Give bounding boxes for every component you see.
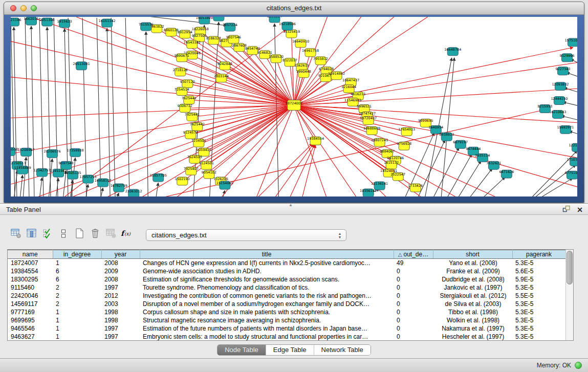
cell-pagerank[interactable]: 5.5E-5 xyxy=(512,292,565,300)
table-row[interactable]: 1872400712008Changes of HCN gene express… xyxy=(8,259,565,267)
cell-pagerank[interactable]: 5.3E-5 xyxy=(512,324,565,333)
cell-in_degree[interactable]: 2 xyxy=(53,283,101,292)
close-panel-icon[interactable]: ✕ xyxy=(577,206,583,214)
select-all-icon[interactable] xyxy=(41,227,54,239)
cell-name[interactable]: 19384554 xyxy=(8,267,53,275)
cell-name[interactable]: 9699695 xyxy=(8,316,53,324)
cell-title[interactable]: Estimation of significance thresholds fo… xyxy=(140,275,394,283)
cell-pagerank[interactable]: 5.3E-5 xyxy=(512,259,565,267)
tab-node-table[interactable]: Node Table xyxy=(217,345,266,355)
table-row[interactable]: 1830029562008Estimation of significance … xyxy=(8,275,565,283)
column-header-short[interactable]: short xyxy=(433,250,512,259)
column-header-title[interactable]: title xyxy=(140,250,394,259)
table-row[interactable]: 2242004622012Investigating the contribut… xyxy=(8,292,565,300)
cell-short[interactable]: Stergiakouli et al. (2012) xyxy=(433,292,512,300)
cell-year[interactable]: 1998 xyxy=(101,308,140,316)
cell-in_degree[interactable]: 1 xyxy=(53,316,101,324)
cell-short[interactable]: Jankovic et al. (1997) xyxy=(433,283,512,292)
table-scrollbar-thumb[interactable] xyxy=(567,251,573,285)
cell-short[interactable]: Hescheler et al. (1997) xyxy=(433,333,512,341)
cell-name[interactable]: 9115460 xyxy=(8,283,53,292)
cell-out_degree[interactable]: 0 xyxy=(394,283,433,292)
table-selector-dropdown[interactable]: citations_edges.txt ▲▼ xyxy=(146,229,346,241)
cell-in_degree[interactable]: 6 xyxy=(53,267,101,275)
tab-edge-table[interactable]: Edge Table xyxy=(266,345,314,355)
function-builder-icon[interactable]: f(x) xyxy=(120,227,134,239)
cell-out_degree[interactable]: 0 xyxy=(394,292,433,300)
cell-out_degree[interactable]: 0 xyxy=(394,333,433,341)
cell-in_degree[interactable]: 1 xyxy=(53,259,101,267)
table-row[interactable]: 911546021997Tourette syndrome. Phenomeno… xyxy=(8,283,565,292)
table-row[interactable]: 1938455462009Genome-wide association stu… xyxy=(8,267,565,275)
graph-node[interactable] xyxy=(213,17,224,21)
tab-network-table[interactable]: Network Table xyxy=(314,345,371,355)
cell-year[interactable]: 2012 xyxy=(101,292,140,300)
cell-name[interactable]: 18300295 xyxy=(8,275,53,283)
cell-title[interactable]: Genome-wide association studies in ADHD. xyxy=(140,267,394,275)
new-column-icon[interactable] xyxy=(73,227,86,239)
clear-selection-icon[interactable] xyxy=(57,227,70,239)
cell-short[interactable]: Dudbridge et al. (2008) xyxy=(433,275,512,283)
cell-pagerank[interactable]: 5.3E-5 xyxy=(512,283,565,292)
cell-in_degree[interactable]: 1 xyxy=(53,333,101,341)
cell-title[interactable]: Changes of HCN gene expression and I(f) … xyxy=(140,259,394,267)
table-scrollbar[interactable] xyxy=(565,250,573,340)
panel-resize-grip[interactable]: ▲ xyxy=(289,204,293,207)
table-mode-icon[interactable] xyxy=(9,227,23,239)
cell-year[interactable]: 2008 xyxy=(101,275,140,283)
cell-year[interactable]: 1997 xyxy=(101,283,140,292)
cell-out_degree[interactable]: 0 xyxy=(394,275,433,283)
cell-name[interactable]: 22420046 xyxy=(8,292,53,300)
cell-year[interactable]: 2008 xyxy=(101,259,140,267)
column-header-pagerank[interactable]: pagerank xyxy=(512,250,565,259)
cell-pagerank[interactable]: 5.6E-5 xyxy=(512,267,565,275)
cell-name[interactable]: 9465546 xyxy=(8,324,53,333)
table-row[interactable]: 969969511998Structural magnetic resonanc… xyxy=(8,316,565,324)
cell-short[interactable]: de Silva et al. (2003) xyxy=(433,300,512,308)
cell-year[interactable]: 2003 xyxy=(101,300,140,308)
cell-out_degree[interactable]: 0 xyxy=(394,300,433,308)
cell-title[interactable]: Investigating the contribution of common… xyxy=(140,292,394,300)
cell-name[interactable]: 18724007 xyxy=(8,259,53,267)
cell-short[interactable]: Wolkin et al. (1998) xyxy=(433,316,512,324)
network-canvas[interactable]: 1872400774638228860128891295418226058982… xyxy=(11,17,577,196)
table-row[interactable]: 946554611997Estimation of the future num… xyxy=(8,324,565,333)
table-row[interactable]: 946362711997Embryonic stem cells: a mode… xyxy=(8,333,565,341)
cell-name[interactable]: 9777169 xyxy=(8,308,53,316)
table-row[interactable]: 1456911722003Disruption of a novel membe… xyxy=(8,300,565,308)
cell-title[interactable]: Embryonic stem cells: a model to study s… xyxy=(140,333,394,341)
cell-title[interactable]: Corpus callosum shape and size in male p… xyxy=(140,308,394,316)
cell-short[interactable]: Tibbo et al. (1998) xyxy=(433,308,512,316)
cell-short[interactable]: Yano et al. (2008) xyxy=(433,259,512,267)
cell-in_degree[interactable]: 1 xyxy=(53,308,101,316)
delete-columns-icon[interactable] xyxy=(89,227,102,239)
float-panel-icon[interactable] xyxy=(562,205,571,214)
cell-short[interactable]: Franke et al. (2009) xyxy=(433,267,512,275)
show-columns-icon[interactable] xyxy=(25,227,38,239)
cell-in_degree[interactable]: 2 xyxy=(53,300,101,308)
cell-out_degree[interactable]: 0 xyxy=(394,316,433,324)
cell-pagerank[interactable]: 5.3E-5 xyxy=(512,333,565,341)
cell-title[interactable]: Structural magnetic resonance image aver… xyxy=(140,316,394,324)
cell-year[interactable]: 2009 xyxy=(101,267,140,275)
cell-name[interactable]: 14569117 xyxy=(8,300,53,308)
cell-pagerank[interactable]: 5.3E-5 xyxy=(512,316,565,324)
column-header-year[interactable]: year xyxy=(101,250,140,259)
cell-pagerank[interactable]: 5.3E-5 xyxy=(512,300,565,308)
column-header-name[interactable]: name xyxy=(8,250,53,259)
memory-status-indicator[interactable] xyxy=(575,362,582,369)
cell-short[interactable]: Nakamura et al. (1997) xyxy=(433,324,512,333)
cell-in_degree[interactable]: 1 xyxy=(53,324,101,333)
cell-year[interactable]: 1998 xyxy=(101,316,140,324)
cell-out_degree[interactable]: 0 xyxy=(394,267,433,275)
network-window-titlebar[interactable]: citations_edges.txt xyxy=(4,2,584,15)
cell-pagerank[interactable]: 5.9E-5 xyxy=(512,275,565,283)
column-header-out_degree[interactable]: △out_de… xyxy=(394,250,433,259)
cell-name[interactable]: 9463627 xyxy=(8,333,53,341)
cell-out_degree[interactable]: 0 xyxy=(394,308,433,316)
cell-in_degree[interactable]: 2 xyxy=(53,292,101,300)
cell-title[interactable]: Estimation of the future numbers of pati… xyxy=(140,324,394,333)
cell-out_degree[interactable]: 49 xyxy=(394,259,433,267)
cell-year[interactable]: 1997 xyxy=(101,324,140,333)
cell-title[interactable]: Tourette syndrome. Phenomenology and cla… xyxy=(140,283,394,292)
